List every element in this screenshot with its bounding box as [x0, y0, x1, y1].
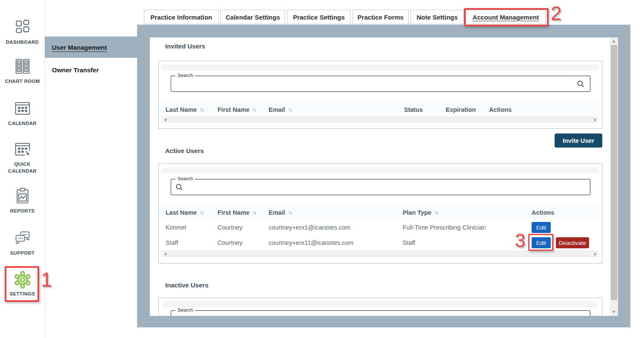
cell-plan-type: Staff	[403, 235, 415, 250]
table-row: Staff Courtney courtney+erx11@icanotes.c…	[159, 235, 602, 251]
inactive-users-search: Search	[171, 310, 590, 316]
cell-last-name: Staff	[166, 235, 178, 250]
sort-icon[interactable]: ↑↓	[252, 210, 256, 216]
search-icon	[577, 80, 585, 90]
subnav-item-owner-transfer[interactable]: Owner Transfer	[45, 58, 137, 79]
deactivate-user-button[interactable]: Deactivate	[556, 237, 589, 248]
sidebar-item-chart-room[interactable]: CHART ROOM	[0, 58, 45, 85]
cell-plan-type: Full-Time Prescribing Clinician	[403, 220, 486, 235]
active-users-table-header: Last Name↑↓ First Name↑↓ Email↑↓ Plan Ty…	[159, 205, 602, 220]
column-header-expiration: Expiration	[446, 102, 476, 116]
cell-first-name: Courtney	[218, 235, 243, 250]
cell-last-name: Kimmel	[166, 220, 186, 235]
annotation-number-2: 2	[551, 2, 562, 25]
account-management-page: DASHBOARD CHART ROOM	[0, 0, 644, 338]
tab-practice-forms[interactable]: Practice Forms	[352, 10, 409, 24]
settings-tabbar: Practice Information Calendar Settings P…	[144, 10, 546, 24]
report-clipboard-icon	[14, 187, 31, 205]
scroll-right-arrow-icon[interactable]	[594, 253, 596, 256]
sidebar-item-label: DASHBOARD	[5, 39, 40, 46]
invited-users-search-input[interactable]	[171, 76, 590, 91]
sidebar-item-quick-calendar[interactable]: QUICK CALENDAR	[0, 141, 45, 174]
edit-user-button[interactable]: Edit	[532, 222, 551, 233]
sidebar-item-label: REPORTS	[5, 208, 40, 215]
settings-gear-icon	[13, 270, 32, 288]
scroll-left-arrow-icon[interactable]	[164, 118, 166, 122]
sidebar-item-label: QUICK CALENDAR	[5, 161, 40, 174]
column-header-actions: Actions	[532, 205, 554, 220]
sidebar-item-reports[interactable]: REPORTS	[0, 187, 45, 215]
subnav-item-label: Owner Transfer	[52, 66, 99, 74]
chat-bubbles-icon	[14, 230, 31, 247]
cell-email: courtney+erx1@icanotes.com	[269, 220, 350, 235]
tab-note-settings[interactable]: Note Settings	[410, 10, 464, 24]
column-header-first-name: First Name↑↓	[218, 102, 256, 116]
inactive-users-title: Inactive Users	[165, 281, 209, 289]
active-users-title: Active Users	[165, 147, 204, 154]
active-users-horizontal-scrollbar[interactable]	[162, 251, 598, 257]
dashboard-icon	[14, 19, 31, 37]
column-header-last-name: Last Name↑↓	[166, 102, 203, 116]
active-users-search: Search	[171, 179, 590, 195]
sidebar-item-settings[interactable]: SETTINGS	[0, 270, 45, 298]
primary-sidebar: DASHBOARD CHART ROOM	[0, 0, 45, 338]
account-management-content: Invited Users Search Last Name↑↓ First N…	[150, 37, 618, 316]
scroll-down-arrow-icon[interactable]	[612, 311, 615, 313]
sort-icon[interactable]: ↑↓	[200, 107, 203, 113]
active-users-card: Search Last Name↑↓ First Name↑↓ Email↑↓ …	[158, 163, 602, 264]
file-cabinets-icon	[14, 58, 31, 76]
sidebar-item-label: CALENDAR	[5, 120, 40, 127]
column-header-last-name: Last Name↑↓	[166, 205, 203, 220]
sort-icon[interactable]: ↑↓	[288, 210, 292, 216]
tab-practice-information[interactable]: Practice Information	[144, 10, 219, 24]
table-row: Kimmel Courtney courtney+erx1@icanotes.c…	[159, 220, 602, 236]
table-toolbar	[162, 65, 598, 71]
subnav-item-label: User Management	[52, 44, 107, 51]
invited-users-table-header: Last Name↑↓ First Name↑↓ Email↑↓ Status …	[159, 102, 602, 117]
column-header-email: Email↑↓	[269, 102, 292, 116]
invited-users-title: Invited Users	[165, 43, 205, 50]
calendar-icon	[14, 100, 31, 118]
sort-icon[interactable]: ↑↓	[288, 107, 292, 113]
sidebar-item-label: SETTINGS	[5, 291, 40, 298]
sidebar-item-label: SUPPORT	[5, 250, 40, 257]
scrollbar-thumb[interactable]	[611, 45, 617, 300]
tab-calendar-settings[interactable]: Calendar Settings	[220, 10, 285, 24]
table-toolbar	[162, 167, 598, 173]
column-header-actions: Actions	[489, 102, 512, 116]
edit-user-button[interactable]: Edit	[532, 237, 551, 248]
scroll-right-arrow-icon[interactable]	[594, 118, 596, 122]
sort-icon[interactable]: ↑↓	[434, 210, 438, 216]
settings-subnav: User Management Owner Transfer	[45, 37, 137, 79]
invited-users-horizontal-scrollbar[interactable]	[162, 116, 598, 123]
sort-icon[interactable]: ↑↓	[200, 210, 203, 216]
tab-practice-settings[interactable]: Practice Settings	[287, 10, 351, 24]
active-users-search-input[interactable]	[171, 179, 590, 195]
sidebar-item-support[interactable]: SUPPORT	[0, 230, 45, 257]
table-toolbar	[162, 301, 598, 307]
sidebar-item-dashboard[interactable]: DASHBOARD	[0, 19, 45, 46]
column-header-plan-type: Plan Type↑↓	[403, 205, 438, 220]
column-header-status: Status	[404, 102, 423, 116]
quick-calendar-icon	[14, 141, 31, 159]
vertical-scrollbar[interactable]	[610, 37, 618, 316]
invited-users-search: Search	[171, 76, 590, 92]
invited-users-card: Search Last Name↑↓ First Name↑↓ Email↑↓ …	[158, 61, 602, 129]
sort-icon[interactable]: ↑↓	[252, 107, 256, 113]
inactive-users-search-input[interactable]	[171, 311, 590, 316]
sidebar-item-calendar[interactable]: CALENDAR	[0, 100, 45, 127]
column-header-first-name: First Name↑↓	[218, 205, 256, 220]
subnav-item-user-management[interactable]: User Management	[45, 37, 137, 58]
cell-first-name: Courtney	[218, 220, 243, 235]
scroll-left-arrow-icon[interactable]	[164, 253, 166, 256]
column-header-email: Email↑↓	[269, 205, 292, 220]
cell-email: courtney+erx11@icanotes.com	[269, 235, 353, 250]
inactive-users-card: Search	[158, 298, 602, 316]
sidebar-item-label: CHART ROOM	[5, 78, 40, 85]
tab-account-management[interactable]: Account Management	[466, 10, 546, 24]
invite-user-button[interactable]: Invite User	[555, 133, 602, 148]
scroll-up-arrow-icon[interactable]	[612, 40, 615, 43]
